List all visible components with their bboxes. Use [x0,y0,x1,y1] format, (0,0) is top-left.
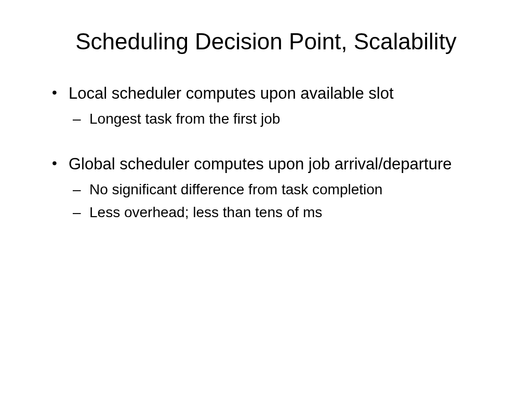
list-item-text: Global scheduler computes upon job arriv… [69,155,452,173]
list-item: Global scheduler computes upon job arriv… [52,154,490,222]
list-item-text: Local scheduler computes upon available … [69,84,394,102]
slide-title: Scheduling Decision Point, Scalability [42,29,490,55]
bullet-list: Local scheduler computes upon available … [52,83,490,222]
list-item: Longest task from the first job [69,109,490,129]
list-item: Less overhead; less than tens of ms [69,203,490,222]
list-item-text: No significant difference from task comp… [89,181,382,197]
list-item-text: Longest task from the first job [89,111,280,127]
sub-bullet-list: No significant difference from task comp… [69,180,490,222]
list-item-text: Less overhead; less than tens of ms [89,204,322,220]
list-item: Local scheduler computes upon available … [52,83,490,129]
slide-content: Local scheduler computes upon available … [42,83,490,222]
list-item: No significant difference from task comp… [69,180,490,200]
sub-bullet-list: Longest task from the first job [69,109,490,129]
